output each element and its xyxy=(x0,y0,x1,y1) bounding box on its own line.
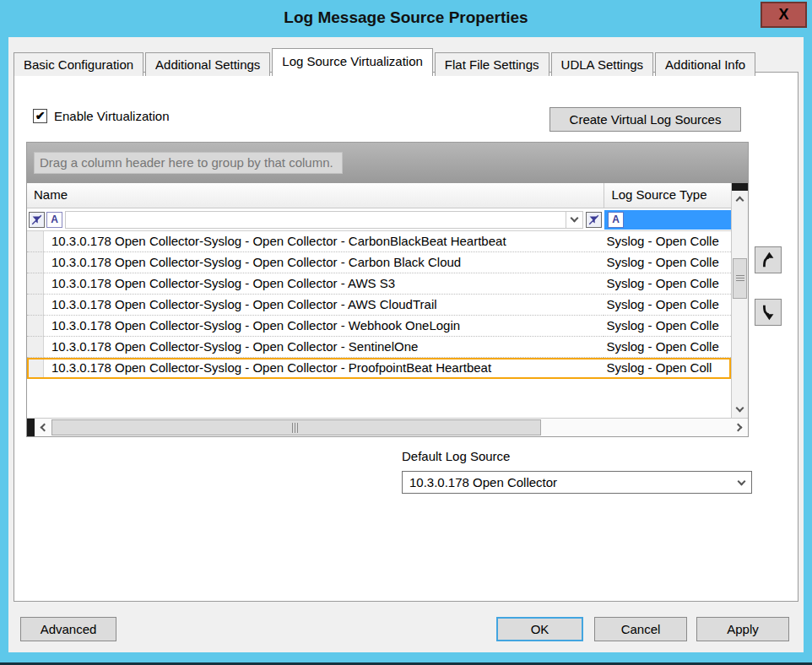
cell-name[interactable]: 10.3.0.178 Open Collector-Syslog - Open … xyxy=(44,358,604,379)
thumb-grip-icon xyxy=(292,423,300,433)
cell-name[interactable]: 10.3.0.178 Open Collector-Syslog - Open … xyxy=(44,231,604,252)
row-gutter[interactable] xyxy=(27,231,44,252)
default-log-source-combobox[interactable]: 10.3.0.178 Open Collector xyxy=(402,471,752,494)
cell-log-source-type[interactable]: Syslog - Open Colle xyxy=(604,316,731,337)
dialog-body: Basic ConfigurationAdditional SettingsLo… xyxy=(8,37,804,652)
grid-rows: 10.3.0.178 Open Collector-Syslog - Open … xyxy=(27,231,731,379)
horizontal-scroll-track[interactable] xyxy=(51,419,731,436)
cell-name[interactable]: 10.3.0.178 Open Collector-Syslog - Open … xyxy=(44,273,604,295)
vertical-scroll-thumb[interactable] xyxy=(733,258,747,299)
scroll-down-button[interactable] xyxy=(732,401,748,418)
dialog-window: Log Message Source Properties X Basic Co… xyxy=(0,0,812,665)
tab-log-source-virtualization[interactable]: Log Source Virtualization xyxy=(272,48,433,76)
table-row[interactable]: 10.3.0.178 Open Collector-Syslog - Open … xyxy=(27,358,731,379)
row-gutter[interactable] xyxy=(27,337,44,358)
advanced-button[interactable]: Advanced xyxy=(20,617,116,641)
type-filter-input[interactable]: A xyxy=(604,210,731,230)
chevron-up-icon xyxy=(736,197,744,205)
row-gutter[interactable] xyxy=(27,273,44,295)
cancel-button[interactable]: Cancel xyxy=(594,617,687,641)
curved-arrow-up-icon xyxy=(759,251,777,269)
cell-name[interactable]: 10.3.0.178 Open Collector-Syslog - Open … xyxy=(44,252,604,273)
close-button[interactable]: X xyxy=(761,2,807,28)
name-filter-dropdown[interactable] xyxy=(566,211,583,229)
window-title: Log Message Source Properties xyxy=(0,0,812,37)
enable-virtualization-label: Enable Virtualization xyxy=(54,109,169,123)
cell-log-source-type[interactable]: Syslog - Open Coll xyxy=(604,358,731,379)
chevron-down-icon xyxy=(571,214,579,223)
table-row[interactable]: 10.3.0.178 Open Collector-Syslog - Open … xyxy=(27,295,731,316)
table-row[interactable]: 10.3.0.178 Open Collector-Syslog - Open … xyxy=(27,252,731,273)
grid-empty-area xyxy=(27,379,731,418)
funnel-slash-icon xyxy=(588,214,599,225)
column-header-log-source-type[interactable]: Log Source Type xyxy=(604,183,731,208)
cell-name[interactable]: 10.3.0.178 Open Collector-Syslog - Open … xyxy=(44,295,604,316)
funnel-slash-icon xyxy=(31,214,42,225)
scroll-right-button[interactable] xyxy=(731,419,748,436)
cell-log-source-type[interactable]: Syslog - Open Colle xyxy=(604,273,731,295)
cell-name[interactable]: 10.3.0.178 Open Collector-Syslog - Open … xyxy=(44,316,604,337)
move-up-button[interactable] xyxy=(755,246,782,273)
tab-flat-file-settings[interactable]: Flat File Settings xyxy=(435,52,549,76)
text-filter-icon-type[interactable]: A xyxy=(608,212,624,228)
horizontal-scroll-thumb[interactable] xyxy=(51,419,541,435)
table-row[interactable]: 10.3.0.178 Open Collector-Syslog - Open … xyxy=(27,316,731,337)
chevron-left-icon xyxy=(41,424,49,432)
horizontal-scrollbar[interactable] xyxy=(27,418,748,436)
scrollbar-corner xyxy=(732,183,748,191)
cell-log-source-type[interactable]: Syslog - Open Colle xyxy=(604,231,731,252)
scrollbar-corner-bottom-left xyxy=(27,419,35,436)
cell-name[interactable]: 10.3.0.178 Open Collector-Syslog - Open … xyxy=(44,337,604,358)
text-filter-icon[interactable]: A xyxy=(46,212,62,228)
log-sources-grid: Drag a column header here to group by th… xyxy=(26,142,749,437)
tab-page-log-source-virtualization: ✔ Enable Virtualization Create Virtual L… xyxy=(14,72,798,602)
vertical-scroll-track[interactable] xyxy=(732,208,748,401)
chevron-down-icon xyxy=(736,404,744,413)
clear-filter-icon[interactable] xyxy=(29,212,45,228)
row-gutter[interactable] xyxy=(27,358,44,379)
apply-button[interactable]: Apply xyxy=(696,617,789,641)
chevron-right-icon xyxy=(734,424,743,432)
enable-virtualization-checkbox[interactable]: ✔ xyxy=(33,109,47,123)
grid-header-row: Name Log Source Type xyxy=(27,183,731,208)
name-filter-input[interactable] xyxy=(65,211,566,229)
scroll-up-button[interactable] xyxy=(732,191,748,208)
tab-additional-info[interactable]: Additional Info xyxy=(655,52,755,76)
row-gutter[interactable] xyxy=(27,316,44,337)
tab-udla-settings[interactable]: UDLA Settings xyxy=(551,52,654,76)
row-gutter[interactable] xyxy=(27,252,44,273)
tab-basic-configuration[interactable]: Basic Configuration xyxy=(14,52,143,76)
clear-filter-icon-type[interactable] xyxy=(586,212,602,228)
chevron-down-icon xyxy=(738,477,746,485)
default-log-source-value: 10.3.0.178 Open Collector xyxy=(409,475,739,489)
table-row[interactable]: 10.3.0.178 Open Collector-Syslog - Open … xyxy=(27,273,731,295)
table-row[interactable]: 10.3.0.178 Open Collector-Syslog - Open … xyxy=(27,337,731,358)
column-header-name[interactable]: Name xyxy=(27,183,604,208)
default-log-source-label: Default Log Source xyxy=(402,449,510,463)
title-bar[interactable]: Log Message Source Properties X xyxy=(0,0,812,37)
tab-bar: Basic ConfigurationAdditional SettingsLo… xyxy=(14,48,757,76)
tab-additional-settings[interactable]: Additional Settings xyxy=(145,52,270,76)
cell-log-source-type[interactable]: Syslog - Open Colle xyxy=(604,337,731,358)
group-by-hint: Drag a column header here to group by th… xyxy=(34,152,343,174)
grid-filter-row: A A xyxy=(27,208,731,231)
move-down-button[interactable] xyxy=(755,299,782,326)
vertical-scrollbar[interactable] xyxy=(731,183,748,418)
table-row[interactable]: 10.3.0.178 Open Collector-Syslog - Open … xyxy=(27,231,731,252)
thumb-grip-icon xyxy=(736,275,744,283)
row-gutter[interactable] xyxy=(27,295,44,316)
scroll-left-button[interactable] xyxy=(35,419,51,436)
enable-virtualization-checkbox-row[interactable]: ✔ Enable Virtualization xyxy=(33,109,169,123)
group-by-bar[interactable]: Drag a column header here to group by th… xyxy=(27,143,748,183)
cell-log-source-type[interactable]: Syslog - Open Colle xyxy=(604,252,731,273)
create-virtual-log-sources-button[interactable]: Create Virtual Log Sources xyxy=(549,107,741,132)
ok-button[interactable]: OK xyxy=(496,617,583,641)
cell-log-source-type[interactable]: Syslog - Open Colle xyxy=(604,295,731,316)
curved-arrow-down-icon xyxy=(759,303,777,322)
